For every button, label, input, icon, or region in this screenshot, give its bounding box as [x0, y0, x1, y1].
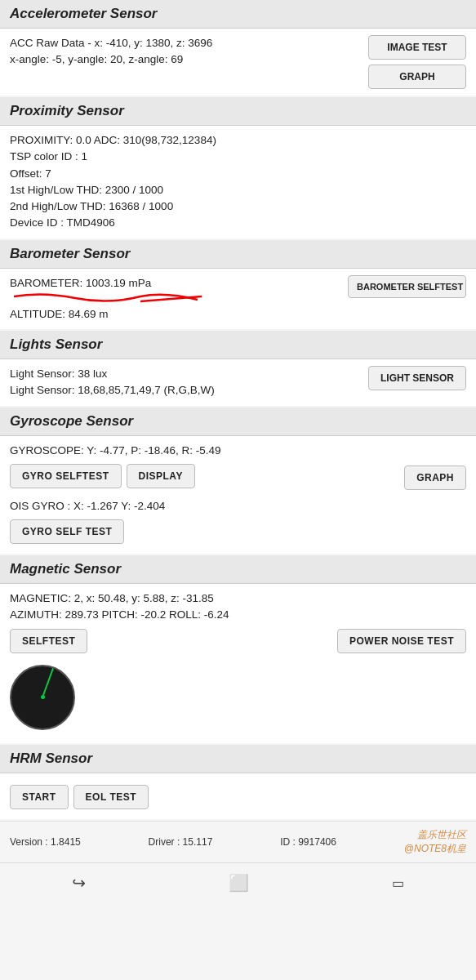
barometer-annotation	[10, 290, 206, 308]
accelerometer-body: ACC Raw Data - x: -410, y: 1380, z: 3696…	[0, 29, 476, 96]
magnetic-header: Magnetic Sensor	[0, 555, 476, 584]
barometer-title: Barometer Sensor	[10, 246, 130, 261]
gyro-self-test-button[interactable]: GYRO SELF TEST	[10, 519, 124, 544]
magnetic-line1: MAGNETIC: 2, x: 50.48, y: 5.88, z: -31.8…	[10, 590, 466, 607]
footer-bar: Version : 1.8415 Driver : 15.117 ID : 99…	[0, 821, 476, 862]
footer-watermark: 盖乐世社区@NOTE8机皇	[404, 828, 466, 856]
hrm-start-button[interactable]: START	[10, 785, 69, 809]
light-sensor-button[interactable]: LIGHT SENSOR	[368, 366, 466, 390]
compass-dot	[41, 695, 45, 699]
lights-line1: Light Sensor: 38 lux	[10, 366, 360, 382]
barometer-header: Barometer Sensor	[0, 240, 476, 269]
gyroscope-section: Gyroscope Sensor GYROSCOPE: Y: -4.77, P:…	[0, 408, 476, 555]
hrm-header: HRM Sensor	[0, 745, 476, 773]
hrm-eol-test-button[interactable]: EOL TEST	[73, 785, 149, 809]
accelerometer-title: Accelerometer Sensor	[10, 6, 157, 21]
gyroscope-line1: GYROSCOPE: Y: -4.77, P: -18.46, R: -5.49	[10, 443, 466, 459]
lights-section: Lights Sensor Light Sensor: 38 lux Light…	[0, 331, 476, 406]
proximity-line5: 2nd High/Low THD: 16368 / 1000	[10, 198, 466, 215]
proximity-line4: 1st High/Low THD: 2300 / 1000	[10, 182, 466, 198]
lights-body: Light Sensor: 38 lux Light Sensor: 18,68…	[0, 359, 476, 406]
acc-graph-button[interactable]: GRAPH	[368, 65, 466, 89]
gyroscope-body: GYROSCOPE: Y: -4.77, P: -18.46, R: -5.49…	[0, 436, 476, 555]
compass-widget	[10, 665, 75, 730]
proximity-line2: TSP color ID : 1	[10, 149, 466, 165]
proximity-header: Proximity Sensor	[0, 97, 476, 126]
gyroscope-line2: OIS GYRO : X: -1.267 Y: -2.404	[10, 498, 466, 514]
hrm-body: START EOL TEST	[0, 773, 476, 819]
barometer-line2: ALTITUDE: 84.69 m	[10, 306, 340, 323]
magnetic-title: Magnetic Sensor	[10, 561, 121, 577]
barometer-line1: BAROMETER: 1003.19 mPa	[10, 275, 151, 292]
accelerometer-section: Accelerometer Sensor ACC Raw Data - x: -…	[0, 0, 476, 96]
gyro-graph-button[interactable]: GRAPH	[404, 466, 466, 490]
proximity-line1: PROXIMITY: 0.0 ADC: 310(98,732,12384)	[10, 132, 466, 149]
footer-driver: Driver : 15.117	[149, 836, 213, 848]
acc-line2: x-angle: -5, y-angle: 20, z-angle: 69	[10, 51, 360, 68]
proximity-line6: Device ID : TMD4906	[10, 215, 466, 231]
lights-title: Lights Sensor	[10, 336, 102, 352]
navigation-bar: ↩ ⬜ ▭	[0, 862, 476, 903]
footer-version: Version : 1.8415	[10, 836, 81, 848]
magnetic-section: Magnetic Sensor MAGNETIC: 2, x: 50.48, y…	[0, 555, 476, 743]
back-nav-icon[interactable]: ↩	[72, 873, 86, 893]
proximity-line3: Offset: 7	[10, 166, 466, 182]
barometer-body: BAROMETER: 1003.19 mPa ALTITUDE: 84.69 m…	[0, 269, 476, 330]
gyro-selftest-button[interactable]: GYRO SELFTEST	[10, 464, 122, 488]
gyro-display-button[interactable]: DISPLAY	[127, 464, 195, 488]
compass-needle	[42, 667, 54, 697]
footer-id: ID : 9917406	[280, 836, 336, 848]
hrm-title: HRM Sensor	[10, 751, 92, 766]
accelerometer-header: Accelerometer Sensor	[0, 0, 476, 29]
barometer-selftest-button[interactable]: BAROMETER SELFTEST	[348, 275, 466, 298]
lights-line2: Light Sensor: 18,68,85,71,49,7 (R,G,B,W)	[10, 382, 360, 399]
barometer-section: Barometer Sensor BAROMETER: 1003.19 mPa …	[0, 240, 476, 330]
gyroscope-header: Gyroscope Sensor	[0, 408, 476, 436]
magnetic-body: MAGNETIC: 2, x: 50.48, y: 5.88, z: -31.8…	[0, 584, 476, 743]
proximity-body: PROXIMITY: 0.0 ADC: 310(98,732,12384) TS…	[0, 126, 476, 238]
magnetic-line2: AZIMUTH: 289.73 PITCH: -20.2 ROLL: -6.24	[10, 607, 466, 623]
recents-nav-icon[interactable]: ▭	[392, 875, 404, 891]
image-test-button[interactable]: IMAGE TEST	[368, 35, 466, 60]
acc-line1: ACC Raw Data - x: -410, y: 1380, z: 3696	[10, 35, 360, 51]
compass-circle	[10, 665, 75, 730]
gyroscope-title: Gyroscope Sensor	[10, 413, 133, 429]
lights-header: Lights Sensor	[0, 331, 476, 359]
home-nav-icon[interactable]: ⬜	[229, 873, 249, 893]
hrm-section: HRM Sensor START EOL TEST	[0, 745, 476, 819]
power-noise-test-button[interactable]: POWER NOISE TEST	[337, 629, 466, 653]
proximity-title: Proximity Sensor	[10, 103, 124, 118]
proximity-section: Proximity Sensor PROXIMITY: 0.0 ADC: 310…	[0, 97, 476, 238]
magnetic-selftest-button[interactable]: SELFTEST	[10, 629, 87, 653]
